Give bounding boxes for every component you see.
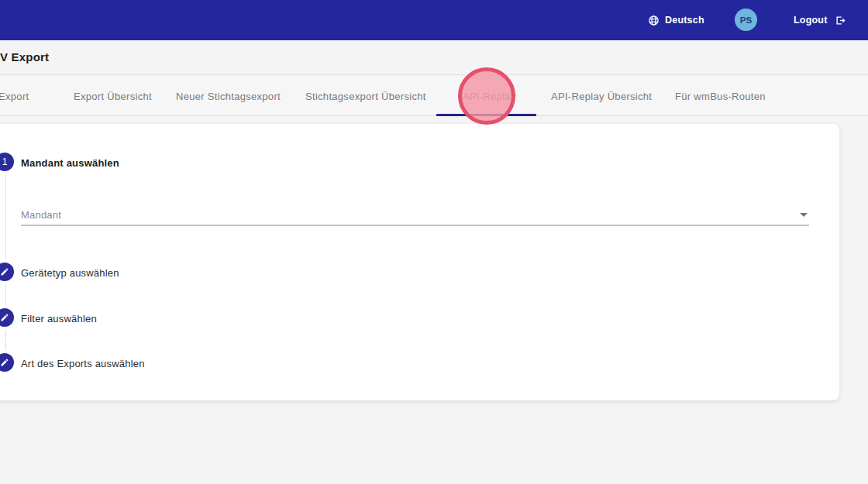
active-tab-indicator	[436, 114, 536, 116]
edit-pencil-icon	[0, 267, 9, 276]
stepper-connector	[5, 330, 6, 350]
tab-neuer-stichtagsexport[interactable]: Neuer Stichtagsexport	[176, 76, 281, 116]
mandant-select-placeholder: Mandant	[21, 209, 61, 221]
tab-stichtagsexport-uebersicht[interactable]: Stichtagsexport Übersicht	[305, 76, 426, 116]
top-navbar: Deutsch PS Logout	[0, 0, 868, 40]
globe-icon	[648, 15, 660, 26]
chevron-down-icon[interactable]	[800, 213, 808, 217]
stepper-connector	[5, 284, 6, 305]
language-label: Deutsch	[665, 15, 704, 26]
step-1-label[interactable]: Mandant auswählen	[21, 157, 119, 169]
tab-api-replay[interactable]: API-Replay	[463, 76, 516, 116]
logout-icon	[835, 15, 846, 26]
step-4-label[interactable]: Art des Exports auswählen	[21, 358, 145, 369]
stepper-connector	[5, 175, 6, 259]
tab-bar: er Export Export Übersicht Neuer Stichta…	[0, 76, 868, 116]
avatar-initials: PS	[740, 15, 752, 25]
tab-neuer-export[interactable]: er Export	[0, 76, 29, 116]
avatar[interactable]: PS	[735, 9, 757, 31]
step-3-label[interactable]: Filter auswählen	[21, 313, 97, 324]
mandant-select[interactable]: Mandant	[21, 203, 809, 226]
step-1-number: 1	[2, 156, 8, 167]
edit-pencil-icon	[0, 313, 9, 322]
step-2-label[interactable]: Gerätetyp auswählen	[21, 267, 119, 279]
logout-button[interactable]: Logout	[794, 0, 846, 40]
page-header: V Export	[0, 40, 868, 75]
edit-pencil-icon	[0, 358, 9, 367]
page-title: V Export	[0, 50, 49, 64]
language-switcher[interactable]: Deutsch	[648, 0, 704, 40]
tab-fuer-wmbus-routen[interactable]: Für wmBus-Routen	[675, 76, 766, 116]
tab-api-replay-uebersicht[interactable]: API-Replay Übersicht	[551, 76, 652, 116]
tab-export-uebersicht[interactable]: Export Übersicht	[74, 76, 152, 116]
select-underline	[21, 225, 809, 226]
logout-label: Logout	[794, 15, 828, 26]
